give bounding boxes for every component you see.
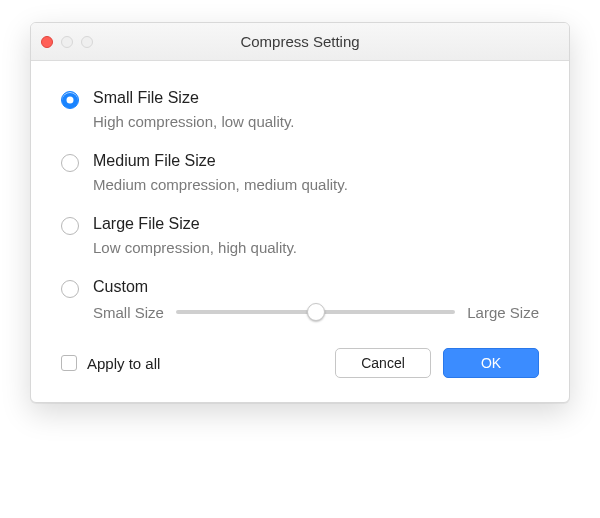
minimize-icon[interactable] bbox=[61, 36, 73, 48]
custom-slider-row: Small Size Large Size bbox=[93, 302, 539, 322]
apply-to-all-label: Apply to all bbox=[87, 355, 160, 372]
dialog-footer: Apply to all Cancel OK bbox=[61, 348, 539, 378]
option-description: Medium compression, medium quality. bbox=[93, 176, 539, 193]
apply-to-all-checkbox[interactable] bbox=[61, 355, 77, 371]
size-slider[interactable] bbox=[176, 302, 455, 322]
radio-icon[interactable] bbox=[61, 217, 79, 235]
option-custom[interactable]: Custom Small Size Large Size bbox=[61, 278, 539, 322]
compress-settings-window: Compress Setting Small File Size High co… bbox=[30, 22, 570, 403]
slider-max-label: Large Size bbox=[467, 304, 539, 321]
titlebar: Compress Setting bbox=[31, 23, 569, 61]
option-title: Medium File Size bbox=[93, 152, 539, 170]
option-medium-file-size[interactable]: Medium File Size Medium compression, med… bbox=[61, 152, 539, 193]
dialog-content: Small File Size High compression, low qu… bbox=[31, 61, 569, 402]
option-text: Small File Size High compression, low qu… bbox=[93, 89, 539, 130]
maximize-icon[interactable] bbox=[81, 36, 93, 48]
option-text: Medium File Size Medium compression, med… bbox=[93, 152, 539, 193]
radio-icon[interactable] bbox=[61, 280, 79, 298]
option-title: Custom bbox=[93, 278, 539, 296]
radio-icon[interactable] bbox=[61, 91, 79, 109]
window-title: Compress Setting bbox=[240, 33, 359, 50]
slider-min-label: Small Size bbox=[93, 304, 164, 321]
option-description: Low compression, high quality. bbox=[93, 239, 539, 256]
option-large-file-size[interactable]: Large File Size Low compression, high qu… bbox=[61, 215, 539, 256]
option-title: Large File Size bbox=[93, 215, 539, 233]
close-icon[interactable] bbox=[41, 36, 53, 48]
option-title: Small File Size bbox=[93, 89, 539, 107]
option-small-file-size[interactable]: Small File Size High compression, low qu… bbox=[61, 89, 539, 130]
option-description: High compression, low quality. bbox=[93, 113, 539, 130]
cancel-button[interactable]: Cancel bbox=[335, 348, 431, 378]
option-text: Custom Small Size Large Size bbox=[93, 278, 539, 322]
slider-thumb-icon[interactable] bbox=[307, 303, 325, 321]
option-text: Large File Size Low compression, high qu… bbox=[93, 215, 539, 256]
radio-icon[interactable] bbox=[61, 154, 79, 172]
ok-button[interactable]: OK bbox=[443, 348, 539, 378]
window-controls bbox=[41, 36, 93, 48]
